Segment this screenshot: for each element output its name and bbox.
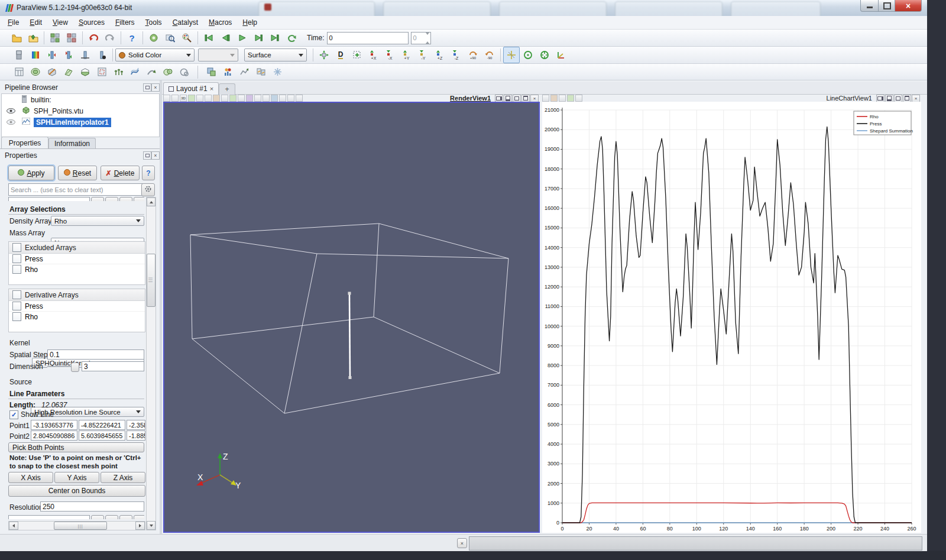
camera-plus-x-button[interactable]: +X — [365, 47, 382, 63]
chart-export-icon[interactable] — [575, 95, 582, 102]
camera-plus-y-button[interactable]: +Y — [399, 47, 415, 63]
connect-server-button[interactable] — [47, 30, 63, 46]
maximize-view-button[interactable] — [903, 95, 911, 102]
find-data-button[interactable] — [162, 30, 179, 46]
visibility-eye-icon[interactable] — [7, 107, 17, 115]
chart-select-minus-icon[interactable] — [567, 95, 574, 102]
excluded-arrays-checkbox[interactable] — [12, 243, 21, 252]
derivative-item-press[interactable]: Press — [9, 301, 145, 312]
component-combo[interactable] — [198, 48, 238, 61]
camera-redo-icon[interactable] — [171, 95, 179, 102]
next-frame-button[interactable] — [250, 30, 267, 46]
h-scroll-thumb[interactable]: ||| — [54, 522, 107, 530]
center-on-bounds-button[interactable]: Center on Bounds — [8, 485, 145, 497]
close-view-button[interactable]: × — [530, 95, 539, 102]
search-input[interactable]: Search ... (use Esc to clear text) — [8, 183, 143, 196]
derivative-item-rho[interactable]: Rho — [9, 312, 145, 322]
rescale-data-range-button[interactable] — [44, 47, 60, 63]
dock-close-button[interactable]: × — [151, 151, 160, 160]
previous-frame-button[interactable] — [217, 30, 234, 46]
color-map-editor-button[interactable] — [179, 30, 195, 46]
rubber-band-zoom-button[interactable] — [349, 47, 365, 63]
tab-properties[interactable]: Properties — [1, 137, 48, 149]
close-view-button[interactable]: × — [912, 95, 920, 102]
delete-button[interactable]: ✗ Delete — [101, 166, 140, 180]
color-legend-button[interactable] — [27, 47, 44, 63]
pick-center-button[interactable] — [520, 47, 536, 63]
disconnect-server-button[interactable] — [63, 30, 80, 46]
excluded-item-press[interactable]: Press — [9, 254, 145, 264]
hover-cells-icon[interactable] — [254, 95, 261, 102]
save-data-button[interactable] — [25, 30, 41, 46]
loop-button[interactable] — [283, 30, 300, 46]
split-vertical-button[interactable] — [504, 95, 512, 102]
chart-select-plus-icon[interactable] — [559, 95, 566, 102]
layout-tab-close-icon[interactable]: × — [210, 85, 213, 92]
show-line-checkbox[interactable]: ✓ — [9, 410, 18, 419]
first-frame-button[interactable] — [200, 30, 217, 46]
point1-x-input[interactable]: -3.193653776 — [31, 420, 77, 430]
scroll-left-button[interactable] — [9, 522, 18, 530]
y-axis-button[interactable]: Y Axis — [54, 472, 99, 483]
density-array-combo[interactable]: Rho — [51, 216, 144, 226]
quartile-chart-button[interactable] — [219, 64, 236, 80]
spatial-step-input[interactable]: 0.1 — [47, 349, 144, 360]
v-scroll-thumb[interactable]: ||| — [147, 254, 155, 307]
chart-select-icon[interactable] — [542, 95, 549, 102]
dimension-slider-handle[interactable] — [71, 362, 79, 372]
histogram-button[interactable] — [236, 64, 252, 80]
minimize-button[interactable] — [860, 0, 879, 12]
select-cells-through-icon[interactable] — [221, 95, 228, 102]
visibility-eye-icon[interactable] — [7, 118, 17, 127]
show-orientation-axes-button[interactable] — [553, 47, 569, 63]
warp-filter-button[interactable] — [143, 64, 160, 80]
menu-help[interactable]: Help — [237, 16, 263, 30]
properties-h-scrollbar[interactable]: ||| — [8, 521, 145, 530]
rotate-90-cw-button[interactable]: +90 — [465, 47, 481, 63]
open-file-button[interactable] — [8, 30, 25, 46]
pipeline-item-filter[interactable]: SPHLineInterpolator1 — [2, 116, 159, 128]
color-by-combo[interactable]: Solid Color — [115, 48, 195, 61]
select-points-on-icon[interactable] — [213, 95, 220, 102]
select-cells-on-icon[interactable] — [205, 95, 212, 102]
scroll-right-button[interactable] — [135, 522, 145, 530]
layout-tab[interactable]: Layout #1 × — [163, 82, 219, 95]
calculator-filter-button[interactable] — [11, 64, 27, 80]
point2-z-input[interactable]: -1.88594937 — [127, 430, 145, 441]
help-button[interactable]: ? — [124, 30, 140, 46]
capture-screenshot-icon[interactable] — [196, 95, 203, 102]
clip-filter-button[interactable] — [44, 64, 60, 80]
pipeline-browser-header[interactable]: Pipeline Browser × — [1, 82, 158, 93]
camera-minus-y-button[interactable]: -Y — [415, 47, 432, 63]
dock-float-button[interactable] — [143, 151, 151, 160]
representation-combo[interactable]: Surface — [244, 48, 307, 61]
point1-z-input[interactable]: -2.35834039 — [127, 420, 145, 430]
interactive-select-cells-icon[interactable] — [238, 95, 245, 102]
clear-selection-icon[interactable] — [296, 95, 303, 102]
frame-spinner[interactable]: 0 — [411, 32, 431, 44]
camera-plus-z-button[interactable]: +Z — [432, 47, 448, 63]
dock-splitter[interactable] — [160, 80, 162, 534]
render-view-title[interactable]: RenderView1 — [450, 95, 491, 102]
glyph-filter-button[interactable] — [110, 64, 127, 80]
properties-v-scrollbar[interactable]: ||| — [146, 197, 156, 530]
press-derivative-checkbox[interactable] — [12, 302, 21, 310]
menu-file[interactable]: File — [2, 16, 24, 30]
dimension-slider[interactable] — [47, 362, 78, 371]
menu-macros[interactable]: Macros — [203, 16, 237, 30]
dimension-value-input[interactable]: 3 — [82, 361, 144, 371]
menu-sources[interactable]: Sources — [73, 16, 110, 30]
camera-minus-x-button[interactable]: -X — [382, 47, 399, 63]
z-axis-button[interactable]: Z Axis — [101, 472, 145, 483]
split-view-button[interactable] — [203, 64, 219, 80]
hover-points-icon[interactable] — [263, 95, 270, 102]
menu-filters[interactable]: Filters — [110, 16, 140, 30]
pipeline-item-builtin[interactable]: builtin: — [2, 94, 159, 105]
stream-tracer-filter-button[interactable] — [127, 64, 143, 80]
close-button[interactable]: × — [895, 0, 922, 12]
point2-x-input[interactable]: 2.8045090886 — [31, 430, 77, 441]
extract-level-button[interactable] — [176, 64, 193, 80]
excluded-arrays-header-row[interactable]: Excluded Arrays — [9, 242, 145, 254]
menu-edit[interactable]: Edit — [24, 16, 47, 30]
group-datasets-button[interactable] — [160, 64, 176, 80]
